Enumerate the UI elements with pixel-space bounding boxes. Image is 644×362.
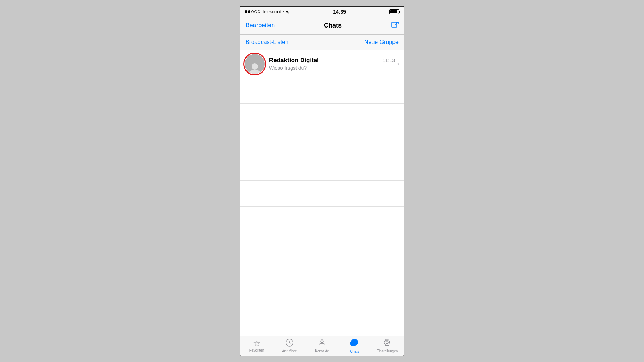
empty-row-5 <box>240 181 404 207</box>
svg-line-3 <box>395 22 398 25</box>
battery-fill <box>390 10 397 13</box>
anrufliste-label: Anrufliste <box>282 349 297 353</box>
signal-dot-3 <box>251 10 254 13</box>
signal-dot-4 <box>254 10 257 13</box>
new-group-button[interactable]: Neue Gruppe <box>364 39 399 45</box>
favoriten-icon: ☆ <box>253 339 261 348</box>
phone-frame: Telekom.de ∿ 14:35 Bearbeiten Chats Broa… <box>240 6 404 356</box>
chat-item-redaktion[interactable]: Redaktion Digital 11:13 Wieso fragst du?… <box>240 50 404 78</box>
svg-point-9 <box>321 340 323 343</box>
empty-row-2 <box>240 104 404 129</box>
chat-preview: Wieso fragst du? <box>269 65 395 71</box>
tab-kontakte[interactable]: Kontakte <box>306 338 338 353</box>
favoriten-label: Favoriten <box>249 348 264 352</box>
wifi-icon: ∿ <box>286 9 290 15</box>
svg-point-12 <box>351 339 358 346</box>
compose-button[interactable] <box>391 21 399 30</box>
nav-bar: Bearbeiten Chats <box>240 17 404 35</box>
tab-einstellungen[interactable]: Einstellungen <box>371 338 404 353</box>
anrufliste-icon <box>285 338 294 348</box>
chats-label: Chats <box>350 349 359 353</box>
avatar-wrapper <box>245 54 265 74</box>
time: 14:35 <box>333 9 346 15</box>
kontakte-label: Kontakte <box>315 349 329 353</box>
edit-button[interactable]: Bearbeiten <box>245 22 275 29</box>
chat-info: Redaktion Digital 11:13 Wieso fragst du? <box>269 57 395 71</box>
status-bar: Telekom.de ∿ 14:35 <box>240 7 404 17</box>
einstellungen-label: Einstellungen <box>376 349 398 353</box>
broadcast-button[interactable]: Broadcast-Listen <box>245 39 288 45</box>
svg-point-13 <box>386 342 388 344</box>
signal-dot-5 <box>258 10 260 13</box>
nav-title: Chats <box>324 22 342 29</box>
action-bar: Broadcast-Listen Neue Gruppe <box>240 35 404 50</box>
svg-line-8 <box>289 343 291 343</box>
chevron-right-icon: › <box>397 60 399 68</box>
avatar <box>245 54 265 74</box>
empty-row-1 <box>240 78 404 104</box>
status-left: Telekom.de ∿ <box>245 9 290 15</box>
einstellungen-icon <box>383 338 391 348</box>
avatar-silhouette <box>248 62 261 74</box>
chat-list: Redaktion Digital 11:13 Wieso fragst du?… <box>240 50 404 336</box>
chat-time: 11:13 <box>382 58 395 63</box>
tab-bar: ☆ Favoriten Anrufliste Kontakte <box>240 336 404 356</box>
battery-icon <box>389 9 399 14</box>
chat-top-row: Redaktion Digital 11:13 <box>269 57 395 64</box>
chat-name: Redaktion Digital <box>269 57 319 64</box>
tab-favoriten[interactable]: ☆ Favoriten <box>240 339 273 352</box>
chats-icon <box>350 338 359 349</box>
kontakte-icon <box>318 338 326 348</box>
signal-dot-2 <box>248 10 250 13</box>
carrier: Telekom.de <box>262 9 284 14</box>
svg-point-4 <box>252 63 258 70</box>
signal-dot-1 <box>245 10 247 13</box>
empty-row-3 <box>240 129 404 155</box>
tab-anrufliste[interactable]: Anrufliste <box>273 338 306 353</box>
empty-row-4 <box>240 155 404 181</box>
signal-dots <box>245 10 260 13</box>
svg-point-5 <box>249 70 260 74</box>
tab-chats[interactable]: Chats <box>338 338 371 353</box>
svg-rect-0 <box>392 22 397 27</box>
